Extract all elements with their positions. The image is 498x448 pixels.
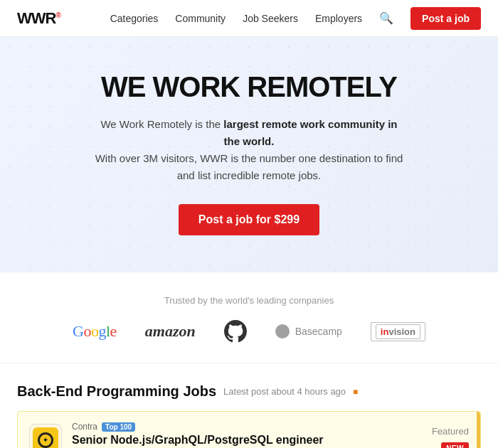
- google-logo: Google: [73, 322, 117, 341]
- hero-title: WE WORK REMOTELY: [17, 71, 481, 103]
- jobs-section: Back-End Programming Jobs Latest post ab…: [0, 363, 498, 448]
- header: WWR® Categories Community Job Seekers Em…: [0, 0, 498, 37]
- top100-badge: Top 100: [102, 422, 135, 432]
- hero-description: We Work Remotely is the largest remote w…: [92, 116, 406, 184]
- basecamp-logo: Basecamp: [275, 324, 342, 338]
- new-badge: NEW: [441, 442, 469, 448]
- logo: WWR®: [17, 9, 60, 28]
- company-name: Contra: [72, 422, 97, 432]
- amazon-logo: amazon: [145, 322, 196, 341]
- nav-job-seekers[interactable]: Job Seekers: [243, 13, 298, 24]
- nav-community[interactable]: Community: [175, 13, 226, 24]
- company-logos: Google amazon Basecamp invision: [17, 320, 481, 343]
- hero-section: WE WORK REMOTELY We Work Remotely is the…: [0, 37, 498, 272]
- github-logo: [224, 320, 247, 343]
- trusted-label: Trusted by the world's leading companies: [17, 295, 481, 306]
- search-button[interactable]: 🔍: [379, 11, 393, 25]
- section-header: Back-End Programming Jobs Latest post ab…: [17, 383, 481, 400]
- featured-label: Featured: [432, 426, 469, 437]
- nav-categories[interactable]: Categories: [110, 13, 159, 24]
- post-job-nav-button[interactable]: Post a job: [410, 7, 481, 30]
- contra-logo: ✦: [29, 424, 62, 448]
- section-title: Back-End Programming Jobs: [17, 383, 216, 400]
- job-info: Contra Top 100 Senior Node.js/GraphQL/Po…: [72, 422, 422, 448]
- job-right: Featured NEW: [432, 426, 469, 448]
- hero-cta-button[interactable]: Post a job for $299: [179, 204, 319, 235]
- card-accent-bar: [477, 412, 480, 448]
- job-card[interactable]: ✦ Contra Top 100 Senior Node.js/GraphQL/…: [17, 411, 481, 448]
- nav-employers[interactable]: Employers: [315, 13, 362, 24]
- company-row: Contra Top 100: [72, 422, 422, 432]
- main-nav: Categories Community Job Seekers Employe…: [110, 7, 481, 30]
- trusted-section: Trusted by the world's leading companies…: [0, 272, 498, 363]
- invision-logo: invision: [371, 322, 425, 341]
- rss-icon: ■: [353, 387, 358, 397]
- latest-post-label: Latest post about 4 hours ago: [223, 386, 346, 397]
- job-title: Senior Node.js/GraphQL/PostgreSQL engine…: [72, 434, 422, 447]
